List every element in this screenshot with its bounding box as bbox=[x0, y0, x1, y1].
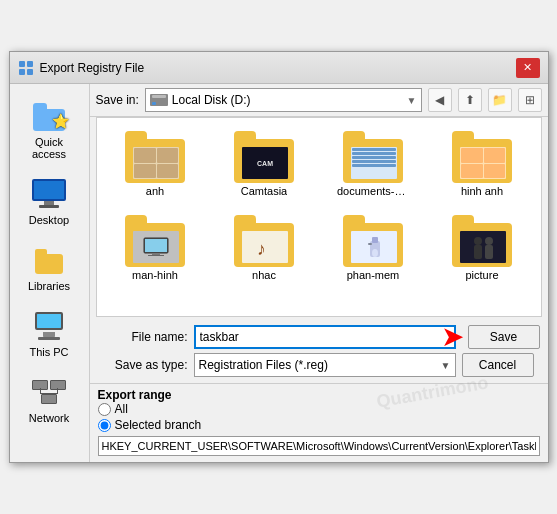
bottom-form: File name: Save ➤ Save as t bbox=[90, 321, 548, 383]
svg-rect-1 bbox=[27, 61, 33, 67]
sidebar-item-network-label: Network bbox=[29, 412, 69, 424]
file-label: hinh anh bbox=[461, 185, 503, 197]
svg-rect-15 bbox=[474, 245, 482, 259]
libraries-icon bbox=[31, 242, 67, 278]
sidebar-item-this-pc[interactable]: This PC bbox=[13, 302, 85, 364]
radio-selected-row: Selected branch bbox=[98, 418, 540, 432]
list-item[interactable]: documents-exp... bbox=[323, 126, 424, 202]
view-icon: ⊞ bbox=[525, 93, 535, 107]
svg-rect-3 bbox=[27, 69, 33, 75]
sidebar-item-quick-access-label: Quick access bbox=[17, 136, 81, 160]
svg-rect-7 bbox=[148, 255, 164, 256]
view-button[interactable]: ⊞ bbox=[518, 88, 542, 112]
filename-row: File name: Save bbox=[98, 325, 540, 349]
sidebar-item-quick-access[interactable]: ⭐ Quick access bbox=[13, 92, 85, 166]
list-item[interactable]: ♪ nhac bbox=[214, 210, 315, 286]
svg-rect-11 bbox=[368, 243, 372, 245]
new-folder-button[interactable]: 📁 bbox=[488, 88, 512, 112]
folder-icon-manhinh bbox=[123, 215, 187, 267]
sidebar-item-desktop[interactable]: Desktop bbox=[13, 170, 85, 232]
sidebar-item-this-pc-label: This PC bbox=[29, 346, 68, 358]
list-item[interactable]: phan-mem bbox=[323, 210, 424, 286]
cancel-button-spacer: Cancel bbox=[462, 353, 540, 377]
file-label: phan-mem bbox=[347, 269, 400, 281]
saveas-row: Save as type: Registration Files (*.reg)… bbox=[98, 353, 540, 377]
saveas-arrow-icon: ▼ bbox=[441, 360, 451, 371]
sidebar-item-desktop-label: Desktop bbox=[29, 214, 69, 226]
list-item[interactable]: anh bbox=[105, 126, 206, 202]
folder-icon-nhac: ♪ bbox=[232, 215, 296, 267]
file-grid: anh CAM bbox=[105, 126, 533, 286]
radio-all[interactable] bbox=[98, 403, 111, 416]
svg-point-12 bbox=[372, 249, 378, 257]
new-folder-icon: 📁 bbox=[492, 93, 507, 107]
svg-rect-2 bbox=[19, 69, 25, 75]
title-bar: Export Registry File ✕ bbox=[10, 52, 548, 84]
drive-icon bbox=[150, 94, 168, 106]
combo-arrow-icon: ▼ bbox=[407, 95, 417, 106]
export-range: Export range All Selected branch bbox=[90, 383, 548, 462]
svg-rect-13 bbox=[463, 233, 503, 261]
desktop-icon bbox=[31, 176, 67, 212]
sidebar-item-network[interactable]: Network bbox=[13, 368, 85, 430]
network-icon bbox=[31, 374, 67, 410]
toolbar: Save in: Local Disk (D:) ▼ ◀ ⬆ bbox=[90, 84, 548, 117]
svg-rect-6 bbox=[152, 253, 160, 255]
up-icon: ⬆ bbox=[465, 93, 475, 107]
dialog-icon bbox=[18, 60, 34, 76]
radio-selected[interactable] bbox=[98, 419, 111, 432]
file-grid-container[interactable]: anh CAM bbox=[96, 117, 542, 317]
saveas-value: Registration Files (*.reg) bbox=[199, 358, 328, 372]
export-registry-dialog: Export Registry File ✕ ⭐ Quick access bbox=[9, 51, 549, 463]
save-in-label: Save in: bbox=[96, 93, 139, 107]
list-item[interactable]: picture bbox=[432, 210, 533, 286]
filename-row-container: File name: Save ➤ bbox=[98, 325, 540, 349]
back-icon: ◀ bbox=[435, 93, 444, 107]
list-item[interactable]: man-hinh bbox=[105, 210, 206, 286]
dialog-title: Export Registry File bbox=[40, 61, 510, 75]
up-button[interactable]: ⬆ bbox=[458, 88, 482, 112]
svg-rect-0 bbox=[19, 61, 25, 67]
svg-point-16 bbox=[485, 237, 493, 245]
radio-all-label[interactable]: All bbox=[115, 402, 128, 416]
folder-icon-camtasia: CAM bbox=[232, 131, 296, 183]
svg-point-14 bbox=[474, 237, 482, 245]
sidebar-item-libraries-label: Libraries bbox=[28, 280, 70, 292]
cancel-button[interactable]: Cancel bbox=[462, 353, 534, 377]
filename-label: File name: bbox=[98, 330, 188, 344]
branch-input[interactable] bbox=[98, 436, 540, 456]
folder-icon-hinhanh bbox=[450, 131, 514, 183]
dialog-container: Export Registry File ✕ ⭐ Quick access bbox=[9, 51, 549, 463]
file-label: documents-exp... bbox=[337, 185, 409, 197]
radio-all-row: All bbox=[98, 402, 540, 416]
location-combo[interactable]: Local Disk (D:) ▼ bbox=[145, 88, 422, 112]
folder-icon-phanmem bbox=[341, 215, 405, 267]
saveas-select[interactable]: Registration Files (*.reg) ▼ bbox=[194, 353, 456, 377]
this-pc-icon bbox=[31, 308, 67, 344]
folder-icon-picture bbox=[450, 215, 514, 267]
svg-rect-5 bbox=[145, 239, 167, 252]
sidebar-item-libraries[interactable]: Libraries bbox=[13, 236, 85, 298]
form-buttons: Save bbox=[468, 325, 540, 349]
file-label: man-hinh bbox=[132, 269, 178, 281]
close-button[interactable]: ✕ bbox=[516, 58, 540, 78]
location-text: Local Disk (D:) bbox=[172, 93, 403, 107]
svg-text:♪: ♪ bbox=[257, 239, 266, 259]
svg-rect-10 bbox=[372, 237, 378, 243]
sidebar: ⭐ Quick access Desktop bbox=[10, 84, 90, 462]
dialog-body: ⭐ Quick access Desktop bbox=[10, 84, 548, 462]
saveas-label: Save as type: bbox=[98, 358, 188, 372]
list-item[interactable]: hinh anh bbox=[432, 126, 533, 202]
back-button[interactable]: ◀ bbox=[428, 88, 452, 112]
file-label: picture bbox=[465, 269, 498, 281]
save-button[interactable]: Save bbox=[468, 325, 540, 349]
file-label: anh bbox=[146, 185, 164, 197]
export-range-title: Export range bbox=[98, 388, 172, 402]
filename-input[interactable] bbox=[194, 325, 456, 349]
folder-icon-docs bbox=[341, 131, 405, 183]
main-area: Save in: Local Disk (D:) ▼ ◀ ⬆ bbox=[90, 84, 548, 462]
svg-rect-17 bbox=[485, 245, 493, 259]
radio-selected-label[interactable]: Selected branch bbox=[115, 418, 202, 432]
quick-access-icon: ⭐ bbox=[31, 98, 67, 134]
list-item[interactable]: CAM Camtasia bbox=[214, 126, 315, 202]
